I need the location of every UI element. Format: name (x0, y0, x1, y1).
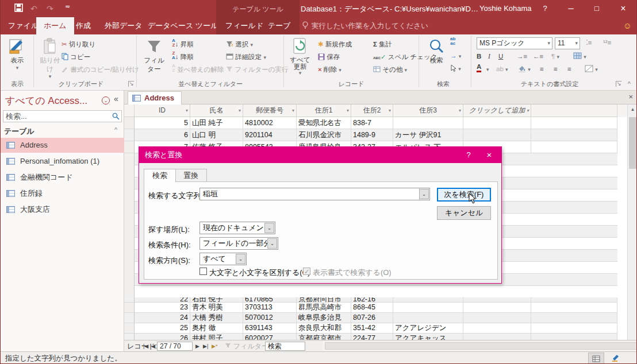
next-record-button[interactable]: ▶ (195, 342, 199, 351)
paragraph-marks-icon[interactable]: ¶ ▾ (551, 50, 559, 63)
align-right-button[interactable]: ≡ (567, 63, 573, 75)
collapse-ribbon-icon[interactable]: ^ (628, 80, 631, 87)
highlight-button[interactable]: ab ▾ (496, 63, 508, 75)
numbering-icon[interactable]: ¹²≡ (603, 36, 611, 49)
goto-button[interactable]: → ▾ (450, 49, 461, 62)
advanced-filter-button[interactable]: 詳細設定 ▾ (226, 51, 266, 63)
select-all-cell[interactable] (124, 104, 135, 117)
record-position-box[interactable]: 27 / 70 (157, 342, 193, 351)
font-size-combo[interactable]: 11▾ (555, 37, 580, 49)
first-record-button[interactable]: |◀ (143, 342, 148, 351)
user-name[interactable]: Yoshie Kohama (479, 4, 532, 13)
paste-button[interactable]: 貼り付け ▾ (37, 37, 63, 79)
new-record-button[interactable]: ▶* (212, 342, 217, 351)
filter-status-icon[interactable] (225, 342, 231, 350)
nav-item-osaka-branch[interactable]: 大阪支店 (1, 202, 124, 217)
datasheet-view-button[interactable] (588, 353, 604, 364)
column-header-add-new[interactable]: クリックして追加▾ (463, 104, 531, 117)
tab-table[interactable]: テーブル (260, 17, 300, 34)
column-header-postal[interactable]: 郵便番号▾ (243, 104, 297, 117)
table-row[interactable]: 23 青木 明美 3703113 群馬県高崎市 868-45 (124, 303, 627, 313)
record-search-input[interactable]: 検索 (265, 342, 305, 351)
help-button[interactable]: ? (535, 0, 555, 17)
find-what-combo[interactable]: 稲垣 ⌄ (199, 188, 430, 200)
search-direction-combo[interactable]: すべて ⌄ (199, 253, 247, 265)
combo-dropdown-icon[interactable]: ⌄ (236, 254, 245, 264)
vertical-scrollbar[interactable]: ▲ (627, 104, 637, 340)
collapse-group-icon[interactable]: ^ (114, 126, 117, 133)
look-in-combo[interactable]: 現在のドキュメント ⌄ (199, 222, 275, 234)
refresh-all-button[interactable]: すべて 更新 ▾ (287, 37, 313, 76)
table-row[interactable]: 22 石田 悦子 6170865 京都府向日市 162-16 (124, 297, 627, 303)
minimize-button[interactable]: ─ (561, 0, 581, 17)
select-button[interactable]: ▾ (450, 62, 461, 75)
table-row[interactable]: 24 大橋 秀樹 5070012 岐阜県多治見 807-26 (124, 313, 627, 323)
delete-record-button[interactable]: × 削除 ▾ (318, 63, 341, 76)
cancel-button[interactable]: キャンセル (437, 206, 491, 220)
table-row[interactable]: 25 奥村 徹 6391143 奈良県大和郡 351-42 アクアレジデン (124, 323, 627, 334)
replace-button[interactable]: abac (450, 37, 455, 49)
remove-sort-button[interactable]: AZ 並べ替えの解除 (172, 63, 224, 76)
nav-menu-chevron-icon[interactable]: ⌄ (102, 96, 110, 104)
column-header-name[interactable]: 氏名▾ (190, 104, 243, 117)
totals-button[interactable]: Σ 集計 (373, 38, 392, 51)
cut-button[interactable]: ✂ 切り取り (62, 38, 95, 51)
format-painter-button[interactable]: 書式のコピー/貼り付け (62, 63, 139, 76)
nav-group-tables[interactable]: テーブル (4, 126, 34, 137)
match-combo[interactable]: フィールドの一部分 ⌄ (199, 237, 278, 250)
search-fields-as-formatted-checkbox[interactable]: ✓ (303, 268, 310, 275)
undo-icon[interactable]: ↶ (30, 4, 37, 13)
font-color-button[interactable]: A (477, 63, 481, 72)
underline-button[interactable]: U (498, 50, 503, 63)
column-header-addr2[interactable]: 住所2▾ (351, 104, 393, 117)
column-header-addr1[interactable]: 住所1▾ (297, 104, 351, 117)
previous-record-button[interactable]: ◀ (151, 342, 155, 351)
font-color-arrow[interactable]: ▾ (486, 63, 489, 75)
tab-create[interactable]: 作成 (68, 17, 98, 34)
tab-replace[interactable]: 置換 (175, 169, 207, 182)
view-button[interactable]: 表示 ▾ (4, 37, 30, 71)
scrollbar-thumb[interactable] (629, 117, 636, 169)
text-format-dialog-launcher[interactable]: ↘ (616, 81, 621, 87)
column-header-addr3[interactable]: 住所3▾ (393, 104, 463, 117)
shutter-bar-icon[interactable]: « (114, 94, 118, 103)
copy-button[interactable]: コピー (62, 51, 90, 63)
align-left-button[interactable]: ≡ (540, 63, 545, 75)
column-header-id[interactable]: ID▾ (135, 104, 190, 117)
feedback-smiley-icon[interactable]: ☺ (623, 21, 632, 30)
italic-button[interactable]: I (488, 50, 490, 63)
match-case-checkbox[interactable] (199, 268, 207, 275)
nav-search-input[interactable]: 検索... (3, 110, 122, 122)
nav-item-address-book[interactable]: 住所録 (1, 186, 124, 201)
dialog-title[interactable]: 検索と置換 (139, 147, 501, 163)
gridline-color-button[interactable]: ▾ (585, 63, 598, 75)
dialog-close-icon[interactable]: × (479, 147, 499, 163)
save-icon[interactable] (14, 3, 23, 12)
filter-button[interactable]: フィルター (141, 37, 167, 73)
combo-dropdown-icon[interactable]: ⌄ (264, 223, 274, 233)
fill-color-button[interactable]: ▾ (518, 63, 531, 75)
table-row[interactable]: 5 山田 純子 4810002 愛知県北名古 838-7 (124, 117, 627, 129)
combo-dropdown-icon[interactable]: ⌄ (267, 238, 277, 249)
save-record-button[interactable]: 保存 (318, 51, 340, 63)
toggle-filter-button[interactable]: フィルターの実行 (226, 63, 289, 76)
combo-dropdown-icon[interactable]: ⌄ (419, 189, 429, 199)
qat-customize-icon[interactable]: ≂ (65, 3, 70, 10)
bullets-icon[interactable]: ⁚≡ (586, 36, 592, 49)
new-record-button[interactable]: ✱ 新規作成 (318, 38, 352, 51)
redo-icon[interactable]: ↷ (47, 4, 53, 13)
nav-item-personal-infomation[interactable]: Personal_infomation (1) (1, 154, 124, 169)
increase-indent-icon[interactable]: →≡ (517, 50, 527, 63)
tab-db-tools[interactable]: データベース ツール (140, 17, 225, 34)
font-name-combo[interactable]: MS Pゴシック▾ (477, 37, 552, 49)
decrease-indent-icon[interactable]: ←≡ (533, 50, 543, 63)
tab-find[interactable]: 検索 (144, 169, 176, 183)
selection-button[interactable]: 選択 ▾ (226, 38, 253, 51)
sort-descending-button[interactable]: ZA↓ 降順 (172, 51, 194, 63)
nav-item-address[interactable]: Address (1, 138, 124, 153)
scrollbar-thumb[interactable] (325, 342, 637, 350)
tell-me-box[interactable]: 実行したい作業を入力してください (302, 17, 428, 34)
sort-ascending-button[interactable]: AZ↓ 昇順 (172, 38, 194, 51)
maximize-button[interactable]: □ (587, 0, 607, 17)
nav-item-bank-code[interactable]: 金融機関コード (1, 170, 124, 185)
